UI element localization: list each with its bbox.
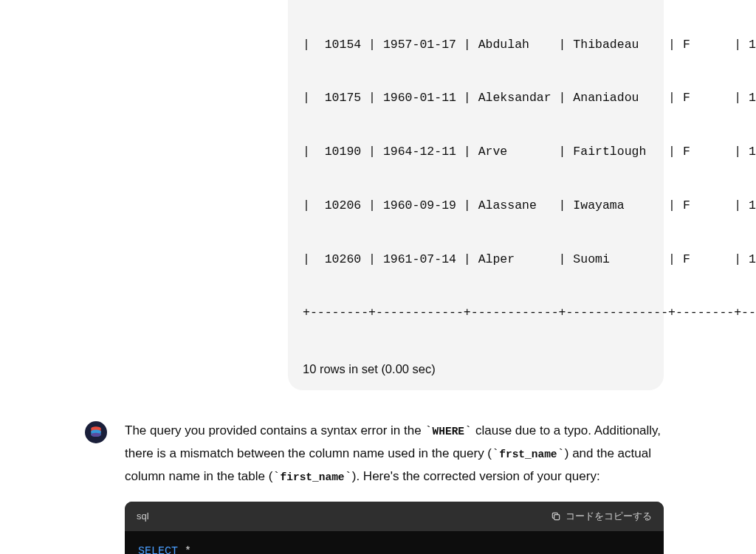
result-footer: 10 rows in set (0.00 sec) xyxy=(303,359,649,378)
user-message: | 10154 | 1957-01-17 | Abdulah | Thibade… xyxy=(288,0,664,390)
table-row: | 10175 | 1960-01-11 | Aleksandar | Anan… xyxy=(303,89,649,107)
sql-output-table: | 10154 | 1957-01-17 | Abdulah | Thibade… xyxy=(303,0,649,358)
svg-point-2 xyxy=(91,433,100,437)
code-body: SELECT * FROM employees WHERE emp_no < 2… xyxy=(125,531,664,554)
paragraph-1: The query you provided contains a syntax… xyxy=(125,420,664,488)
table-row: | 10206 | 1960-09-19 | Alassane | Iwayam… xyxy=(303,197,649,215)
svg-rect-3 xyxy=(554,515,560,520)
assistant-avatar xyxy=(85,421,107,443)
chat-container: | 10154 | 1957-01-17 | Abdulah | Thibade… xyxy=(0,0,756,554)
assistant-message: The query you provided contains a syntax… xyxy=(85,420,664,554)
table-row: | 10260 | 1961-07-14 | Alper | Suomi | F… xyxy=(303,251,649,269)
code-header: sql コードをコピーする xyxy=(125,502,664,532)
copy-code-button[interactable]: コードをコピーする xyxy=(551,508,652,525)
copy-label: コードをコピーする xyxy=(566,508,652,525)
table-row: | 10190 | 1964-12-11 | Arve | Fairtlough… xyxy=(303,143,649,161)
code-language-label: sql xyxy=(137,508,149,525)
assistant-content: The query you provided contains a syntax… xyxy=(125,420,664,554)
inline-code: frst_name xyxy=(499,449,557,460)
inline-code: WHERE xyxy=(433,426,465,437)
database-stack-icon xyxy=(89,425,103,440)
copy-icon xyxy=(551,511,561,522)
table-row: | 10154 | 1957-01-17 | Abdulah | Thibade… xyxy=(303,36,649,54)
code-block: sql コードをコピーする SELECT * FROM employees WH… xyxy=(125,502,664,554)
inline-code: first_name xyxy=(281,471,345,483)
table-row: +--------+------------+------------+----… xyxy=(303,304,649,322)
